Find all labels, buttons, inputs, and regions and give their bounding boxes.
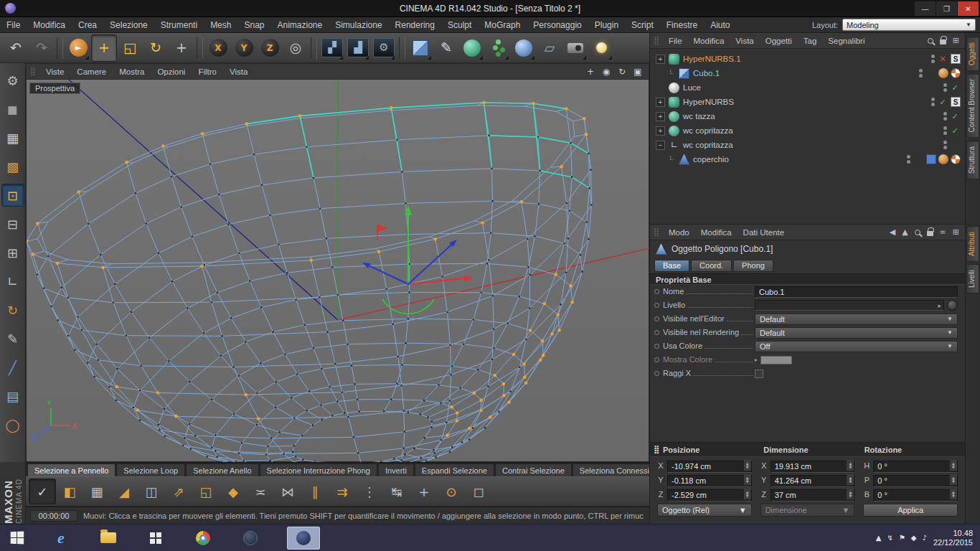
expander-icon[interactable]: [656, 112, 665, 121]
tweak-grid-tool[interactable]: ▦: [83, 479, 110, 504]
position-input[interactable]: [667, 489, 752, 501]
wireframe-canvas[interactable]: YXZ: [27, 80, 650, 463]
tray-icon[interactable]: ◆: [911, 534, 917, 542]
keyframe-dot-icon[interactable]: [654, 316, 659, 321]
tray-icon[interactable]: ▲: [876, 534, 882, 542]
link-icon[interactable]: ∞: [940, 227, 946, 237]
object-name[interactable]: wc copritazza: [683, 126, 733, 135]
enable-state-icon[interactable]: [937, 55, 948, 64]
menu-item[interactable]: Personaggio: [527, 17, 588, 33]
layer-browser-icon[interactable]: [947, 300, 958, 311]
vertical-tab[interactable]: Struttura: [966, 141, 979, 179]
knife-tool[interactable]: ◢: [110, 479, 138, 504]
clock[interactable]: 10.48 22/12/2015: [933, 529, 973, 547]
selection-tab[interactable]: Selezione Anello: [186, 463, 258, 476]
selection-tab[interactable]: Selezione a Pennello: [27, 463, 116, 476]
live-selection[interactable]: ►: [65, 34, 91, 62]
layout-dropdown[interactable]: Modeling▼: [842, 19, 976, 31]
uvw-mode[interactable]: ▩: [1, 155, 24, 178]
expander-icon[interactable]: [666, 155, 675, 164]
expander-icon[interactable]: [656, 98, 665, 107]
expander-icon[interactable]: [666, 69, 675, 78]
expander-icon[interactable]: [656, 83, 665, 93]
rotate-view-icon[interactable]: ↻: [616, 66, 628, 77]
extrude-inner-tool[interactable]: ◱: [192, 479, 220, 504]
menu-item[interactable]: Strumenti: [154, 17, 204, 33]
object-row[interactable]: wc copritazza: [650, 138, 965, 152]
file-explorer-icon[interactable]: [98, 527, 119, 549]
viewport[interactable]: ⣿ VisteCamereMostraOpzioniFiltroVista +◉…: [26, 63, 649, 462]
browser-app-icon[interactable]: [240, 527, 261, 549]
sculpt-pencil[interactable]: ✎: [1, 327, 24, 350]
rotation-input[interactable]: [873, 489, 958, 501]
visibility-dots[interactable]: [904, 155, 913, 164]
panel-grip-icon[interactable]: ⣿: [651, 36, 661, 46]
menu-item[interactable]: MoGraph: [478, 17, 527, 33]
selection-tab[interactable]: Espandi Selezione: [415, 463, 494, 476]
lock-icon[interactable]: [927, 231, 933, 236]
object-row[interactable]: Luce: [650, 80, 965, 95]
mirror-tool[interactable]: ↹: [383, 479, 410, 504]
start-button[interactable]: [0, 524, 33, 551]
add-floor[interactable]: ▱: [537, 34, 562, 62]
viewport-menu-item[interactable]: Mostra: [113, 64, 151, 80]
tag-icon[interactable]: [951, 154, 961, 164]
close-hole-tool[interactable]: ◫: [138, 479, 165, 504]
keyframe-dot-icon[interactable]: [654, 344, 659, 349]
spinner-icon[interactable]: ▲▼: [847, 460, 854, 471]
spinner-icon[interactable]: ▲▼: [950, 474, 957, 485]
object-name[interactable]: coperchio: [693, 155, 729, 164]
object-name[interactable]: HyperNURBS: [683, 98, 734, 106]
array-dots-tool[interactable]: ⋮: [356, 479, 383, 504]
object-row[interactable]: wc tazza: [650, 109, 965, 123]
lock-y-axis[interactable]: Y: [231, 34, 257, 62]
size-mode-dropdown[interactable]: Dimensione▼: [760, 504, 855, 517]
tab-base[interactable]: Base: [654, 260, 689, 272]
enable-state-icon[interactable]: [949, 112, 961, 121]
points-mode[interactable]: ⊡: [1, 184, 24, 207]
object-row[interactable]: HyperNURBS: [650, 95, 965, 109]
selection-tab[interactable]: Contrai Selezione: [495, 463, 572, 476]
tab-phong[interactable]: Phong: [733, 260, 773, 272]
selection-tab[interactable]: Selezione Interruzione Phong: [260, 463, 377, 476]
sep[interactable]: [197, 37, 203, 59]
live-selection-tool[interactable]: ✓: [29, 479, 56, 504]
attribute-menu-item[interactable]: Modo: [663, 225, 695, 240]
use-color-dropdown[interactable]: Off▼: [755, 341, 958, 352]
tray-icon[interactable]: ♪: [923, 534, 927, 542]
coordinate-system[interactable]: ◎: [283, 34, 308, 62]
object-manager-menu-item[interactable]: Tag: [798, 33, 823, 49]
object-manager-menu-item[interactable]: File: [663, 33, 688, 49]
spinner-icon[interactable]: ▲▼: [847, 474, 854, 485]
object-manager-menu-item[interactable]: Segnalibri: [822, 33, 870, 49]
menu-item[interactable]: Simulazione: [329, 17, 388, 33]
undo[interactable]: ↶: [3, 34, 29, 62]
tag-icon[interactable]: [938, 154, 948, 164]
spinner-icon[interactable]: ▲▼: [744, 489, 751, 499]
color-swatch[interactable]: [760, 356, 792, 364]
selection-tab[interactable]: Selezione Loop: [116, 463, 185, 476]
dimension-input[interactable]: [771, 461, 855, 473]
object-name[interactable]: Cubo.1: [693, 69, 720, 77]
object-manager-menu-item[interactable]: Oggetti: [760, 33, 798, 49]
viewport-menu-item[interactable]: Filtro: [192, 64, 223, 80]
object-name[interactable]: wc tazza: [683, 112, 715, 121]
object-axis-mode[interactable]: ∟: [1, 270, 24, 293]
close-button[interactable]: ✕: [958, 1, 979, 16]
history-back-icon[interactable]: ◀: [890, 227, 895, 237]
texture-mode[interactable]: ▦: [1, 126, 24, 149]
enable-axis[interactable]: ↻: [1, 298, 24, 321]
object-name[interactable]: Luce: [683, 83, 701, 92]
enable-state-icon[interactable]: [949, 126, 961, 136]
bevel-tool[interactable]: ◆: [220, 479, 247, 504]
rotation-input[interactable]: [873, 475, 958, 487]
tag-icon[interactable]: [938, 68, 948, 78]
new-panel-icon[interactable]: ⊞: [953, 36, 959, 45]
model-mode[interactable]: ◼: [1, 98, 24, 121]
attribute-menu-item[interactable]: Modifica: [695, 225, 738, 240]
object-row[interactable]: wc copritazza: [650, 123, 965, 138]
visibility-dots[interactable]: [941, 83, 949, 92]
tag-icon[interactable]: [951, 97, 961, 107]
move-aux-tool[interactable]: +: [410, 479, 438, 504]
sep[interactable]: [57, 37, 63, 59]
